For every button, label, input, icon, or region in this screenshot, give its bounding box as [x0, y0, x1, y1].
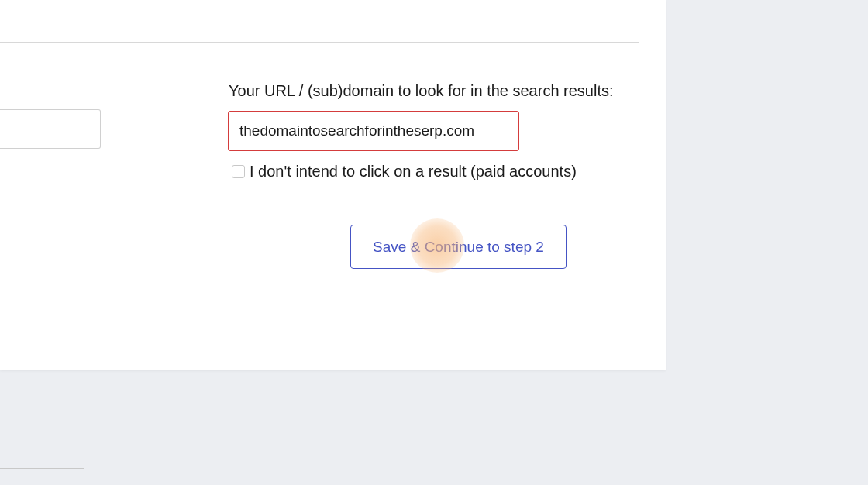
save-continue-label: Save & Continue to step 2 — [373, 239, 544, 256]
bottom-divider-line — [0, 468, 84, 469]
no-click-checkbox[interactable] — [232, 165, 245, 178]
no-click-checkbox-row: I don't intend to click on a result (pai… — [232, 163, 577, 181]
url-input[interactable] — [228, 111, 519, 151]
no-click-checkbox-label: I don't intend to click on a result (pai… — [250, 163, 577, 181]
aux-input[interactable] — [0, 109, 101, 149]
divider-line — [0, 42, 639, 43]
form-card: Your URL / (sub)domain to look for in th… — [0, 0, 666, 370]
save-continue-button[interactable]: Save & Continue to step 2 — [350, 225, 567, 269]
url-field-label: Your URL / (sub)domain to look for in th… — [229, 82, 614, 100]
